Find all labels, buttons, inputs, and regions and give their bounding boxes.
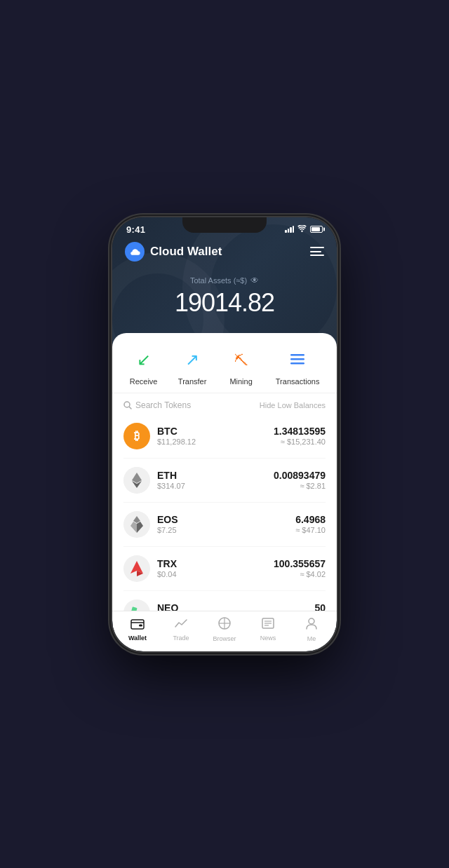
token-item-eth[interactable]: ETH $314.07 0.00893479 ≈ $2.81 (123, 459, 326, 503)
transactions-button[interactable]: Transactions (276, 346, 320, 386)
transfer-label: Transfer (178, 377, 207, 386)
brand-name: Cloud Wallet (150, 245, 222, 259)
eos-symbol: EOS (157, 514, 295, 525)
eos-info: EOS $7.25 (157, 514, 295, 534)
eth-symbol: ETH (157, 470, 274, 481)
eos-icon (123, 511, 150, 538)
search-bar: Search Tokens Hide Low Balances (112, 393, 337, 414)
eth-amount: 0.00893479 (274, 470, 326, 481)
signal-icon (285, 226, 294, 233)
transactions-icon (283, 346, 311, 374)
btc-symbol: BTC (157, 426, 274, 437)
svg-point-32 (309, 618, 314, 624)
svg-text:↗: ↗ (185, 350, 199, 369)
token-item-eos[interactable]: EOS $7.25 6.4968 ≈ $47.10 (123, 503, 326, 547)
receive-icon: ↙ (130, 346, 158, 374)
nav-wallet[interactable]: Wallet (116, 617, 159, 642)
trx-amount: 100.355657 (274, 558, 326, 569)
toggle-visibility-button[interactable]: 👁 (250, 276, 259, 285)
eos-amount: 6.4968 (295, 514, 326, 525)
transfer-icon: ↗ (178, 346, 206, 374)
main-card: ↙ Receive ↗ Transfer (112, 333, 337, 651)
news-icon (261, 617, 275, 633)
action-buttons: ↙ Receive ↗ Transfer (112, 333, 337, 393)
me-icon (304, 616, 319, 634)
svg-text:⛏: ⛏ (234, 353, 248, 368)
token-list: ₿ BTC $11,298.12 1.34813595 ≈ $15,231.40 (112, 414, 337, 635)
search-placeholder: Search Tokens (135, 400, 191, 410)
assets-label: Total Assets (≈$) 👁 (126, 276, 323, 285)
battery-icon (310, 226, 323, 233)
news-nav-label: News (260, 635, 276, 642)
cloud-logo-icon (125, 242, 145, 262)
bottom-nav: Wallet Trade (112, 611, 337, 651)
svg-line-8 (130, 407, 132, 409)
btc-balance: 1.34813595 ≈ $15,231.40 (274, 426, 326, 446)
eth-usd: ≈ $2.81 (274, 482, 326, 490)
eos-price: $7.25 (157, 526, 295, 534)
token-item-btc[interactable]: ₿ BTC $11,298.12 1.34813595 ≈ $15,231.40 (123, 414, 326, 459)
btc-info: BTC $11,298.12 (157, 426, 274, 446)
header: Cloud Wallet (112, 238, 337, 269)
browser-icon (217, 616, 232, 634)
hide-low-balances-button[interactable]: Hide Low Balances (260, 401, 326, 409)
wallet-icon (130, 617, 145, 633)
btc-amount: 1.34813595 (274, 426, 326, 437)
eth-price: $314.07 (157, 482, 274, 490)
mining-icon: ⛏ (227, 346, 255, 374)
trx-symbol: TRX (157, 558, 274, 569)
wifi-icon (297, 225, 307, 233)
nav-browser[interactable]: Browser (203, 616, 246, 642)
svg-text:₿: ₿ (134, 430, 140, 442)
browser-nav-label: Browser (213, 635, 236, 642)
trx-info: TRX $0.04 (157, 558, 274, 578)
trx-usd: ≈ $4.02 (274, 570, 326, 578)
assets-amount: 19014.82 (126, 288, 323, 318)
nav-news[interactable]: News (246, 617, 290, 642)
svg-rect-24 (139, 624, 142, 626)
btc-usd: ≈ $15,231.40 (274, 438, 326, 446)
eth-info: ETH $314.07 (157, 470, 274, 490)
btc-icon: ₿ (123, 423, 150, 449)
status-time: 9:41 (126, 224, 145, 235)
transactions-label: Transactions (276, 377, 320, 386)
wallet-nav-label: Wallet (128, 635, 147, 642)
btc-price: $11,298.12 (157, 438, 274, 446)
receive-button[interactable]: ↙ Receive (130, 346, 158, 386)
eos-balance: 6.4968 ≈ $47.10 (295, 514, 326, 534)
search-icon (123, 401, 132, 409)
menu-button[interactable] (310, 247, 324, 256)
svg-rect-6 (290, 362, 304, 365)
trx-balance: 100.355657 ≈ $4.02 (274, 558, 326, 578)
search-input-wrap[interactable]: Search Tokens (123, 400, 191, 410)
eth-icon (123, 467, 150, 494)
svg-text:↙: ↙ (137, 350, 151, 369)
me-nav-label: Me (307, 635, 316, 642)
svg-rect-5 (290, 358, 304, 360)
brand: Cloud Wallet (125, 242, 222, 262)
svg-rect-4 (290, 354, 304, 356)
trade-icon (174, 617, 188, 633)
trx-price: $0.04 (157, 570, 274, 578)
status-icons (285, 225, 323, 233)
trade-nav-label: Trade (173, 635, 189, 642)
token-item-trx[interactable]: TRX $0.04 100.355657 ≈ $4.02 (123, 547, 326, 591)
mining-button[interactable]: ⛏ Mining (227, 346, 255, 386)
total-assets-section: Total Assets (≈$) 👁 19014.82 (112, 269, 337, 333)
trx-icon (123, 555, 150, 582)
svg-rect-23 (131, 620, 144, 629)
nav-me[interactable]: Me (290, 616, 333, 642)
nav-trade[interactable]: Trade (159, 617, 203, 642)
transfer-button[interactable]: ↗ Transfer (178, 346, 207, 386)
mining-label: Mining (229, 377, 252, 386)
receive-label: Receive (130, 377, 158, 386)
eos-usd: ≈ $47.10 (295, 526, 326, 534)
svg-point-7 (124, 402, 130, 407)
eth-balance: 0.00893479 ≈ $2.81 (274, 470, 326, 490)
